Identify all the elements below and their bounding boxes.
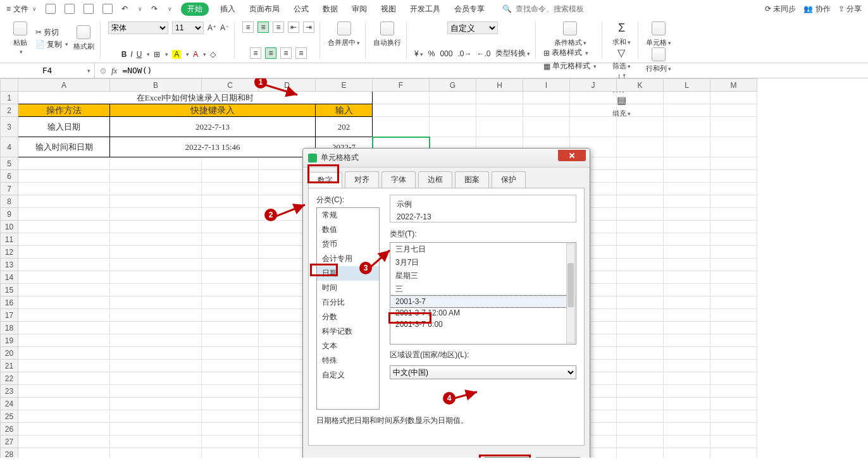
grid-cell[interactable] [664, 398, 710, 410]
category-item[interactable]: 特殊 [317, 353, 379, 368]
grid-cell[interactable] [710, 271, 757, 284]
grid-cell[interactable] [617, 157, 664, 170]
grid-cell[interactable] [710, 92, 757, 104]
border-button[interactable]: ⊞ [154, 50, 160, 59]
dec-decimal-icon[interactable]: ←.0 [476, 49, 490, 58]
grid-cell[interactable] [664, 423, 710, 436]
grid-cell[interactable] [664, 309, 710, 322]
grid-cell[interactable] [617, 246, 664, 259]
grid-cell[interactable] [664, 385, 710, 398]
row-header[interactable]: 4 [1, 137, 18, 157]
grid-cell[interactable] [617, 372, 664, 385]
category-item[interactable]: 自定义 [317, 368, 379, 382]
row-header[interactable]: 10 [1, 221, 18, 233]
grid-cell[interactable] [18, 448, 110, 458]
grid-cell[interactable] [476, 92, 523, 104]
name-box[interactable]: ▾ [0, 63, 95, 78]
copy-button[interactable]: 📄 复制▾ [35, 39, 68, 50]
grid-cell[interactable] [110, 410, 202, 423]
grid-cell[interactable] [110, 221, 202, 233]
grid-cell[interactable] [617, 208, 664, 221]
grid-cell[interactable] [110, 170, 202, 183]
fx-icon[interactable]: fx [111, 66, 117, 76]
grid-cell[interactable] [664, 347, 710, 360]
type-item[interactable]: 三月七日 [390, 243, 576, 256]
grid-cell[interactable] [202, 410, 259, 423]
grid-cell[interactable] [617, 347, 664, 360]
grid-cell[interactable] [617, 385, 664, 398]
grid-cell[interactable] [570, 92, 617, 104]
type-convert-button[interactable]: 类型转换▾ [495, 48, 530, 59]
grid-cell[interactable] [18, 398, 110, 410]
saveas-icon[interactable] [65, 4, 75, 14]
clear-format-icon[interactable]: ◇ [210, 50, 216, 59]
align-middle-icon[interactable]: ≡ [257, 21, 269, 33]
grid-cell[interactable]: 输入时间和日期 [18, 137, 110, 157]
grid-cell[interactable] [710, 284, 757, 296]
grid-cell[interactable] [430, 92, 476, 104]
grid-cell[interactable] [710, 221, 757, 233]
grid-cell[interactable] [202, 360, 259, 372]
grid-cell[interactable] [664, 410, 710, 423]
grid-cell[interactable] [617, 360, 664, 372]
col-header[interactable]: I [523, 79, 570, 92]
font-color-button[interactable]: A [193, 50, 198, 59]
tab-member[interactable]: 会员专享 [452, 3, 487, 16]
dialog-tab-字体[interactable]: 字体 [381, 171, 416, 188]
unsync-status[interactable]: ⟳ 未同步 [765, 4, 796, 15]
grid-cell[interactable] [110, 436, 202, 448]
grid-cell[interactable] [617, 322, 664, 334]
category-item[interactable]: 文本 [317, 339, 379, 353]
col-header[interactable]: C [202, 79, 259, 92]
grid-cell[interactable] [617, 233, 664, 246]
redo-icon[interactable]: ↷ [151, 4, 158, 13]
row-header[interactable]: 3 [1, 117, 18, 137]
grid-cell[interactable] [617, 259, 664, 271]
grid-cell[interactable] [202, 322, 259, 334]
row-header[interactable]: 2 [1, 104, 18, 117]
row-header[interactable]: 22 [1, 372, 18, 385]
italic-button[interactable]: I [130, 50, 132, 59]
cut-button[interactable]: ✂ 剪切 [35, 27, 68, 38]
locale-select[interactable]: 中文(中国) [390, 365, 576, 379]
grid-cell[interactable] [617, 92, 664, 104]
grid-cell[interactable] [664, 372, 710, 385]
grid-cell[interactable] [18, 309, 110, 322]
row-header[interactable]: 13 [1, 259, 18, 271]
grid-cell[interactable] [710, 246, 757, 259]
grid-cell[interactable] [202, 398, 259, 410]
grid-cell[interactable] [523, 92, 570, 104]
grid-cell[interactable] [617, 309, 664, 322]
grid-cell[interactable]: 202 [316, 117, 373, 137]
type-item[interactable]: 2001-3-7 12:00 AM [390, 307, 576, 319]
fill-color-button[interactable]: A [172, 50, 181, 59]
grid-cell[interactable] [18, 208, 110, 221]
ok-button[interactable]: 确定 [483, 457, 529, 458]
grid-cell[interactable] [710, 423, 757, 436]
increase-font-icon[interactable]: A⁺ [208, 23, 216, 32]
grid-cell[interactable] [664, 117, 710, 137]
dialog-tab-边框[interactable]: 边框 [418, 171, 452, 188]
wrap-text-button[interactable]: 自动换行 [373, 21, 401, 47]
grid-cell[interactable] [110, 334, 202, 347]
grid-cell[interactable] [710, 372, 757, 385]
grid-cell[interactable] [110, 372, 202, 385]
cancel-button[interactable]: 取消 [535, 457, 581, 458]
grid-cell[interactable] [202, 271, 259, 284]
select-all-corner[interactable] [1, 79, 18, 92]
grid-cell[interactable] [202, 334, 259, 347]
type-item[interactable]: 2001-3-7 0:00 [390, 319, 576, 330]
grid-cell[interactable] [710, 436, 757, 448]
row-header[interactable]: 5 [1, 157, 18, 170]
grid-cell[interactable] [110, 296, 202, 309]
grid-cell[interactable] [18, 372, 110, 385]
rowcol-button[interactable]: 行和列▾ [646, 47, 671, 73]
grid-cell[interactable] [664, 221, 710, 233]
tab-review[interactable]: 审阅 [349, 3, 369, 16]
undo-icon[interactable]: ↶ [121, 4, 128, 13]
dialog-tab-图案[interactable]: 图案 [455, 171, 489, 188]
cell-style-button[interactable]: ▦ 单元格样式▾ [543, 61, 597, 71]
grid-cell[interactable] [18, 246, 110, 259]
grid-cell[interactable] [617, 436, 664, 448]
row-header[interactable]: 16 [1, 296, 18, 309]
